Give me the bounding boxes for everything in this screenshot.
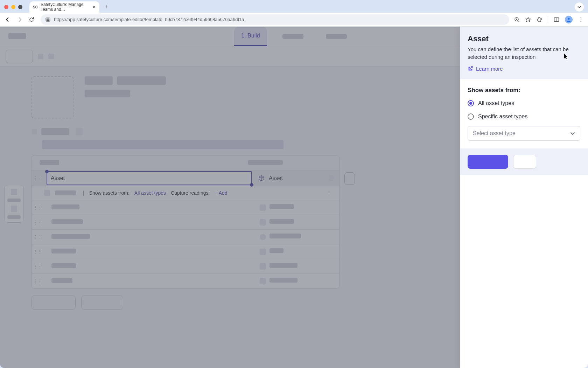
browser-tab[interactable]: SC SafetyCulture: Manage Teams and… ✕	[29, 1, 99, 13]
select-placeholder: Select asset type	[473, 130, 516, 137]
bookmark-icon[interactable]	[525, 17, 531, 22]
svg-rect-2	[554, 18, 559, 21]
chevron-down-icon	[570, 131, 575, 136]
browser-toolbar: https://app.safetyculture.com/template-e…	[0, 13, 588, 27]
reload-button[interactable]	[29, 17, 36, 22]
extensions-icon[interactable]	[537, 17, 542, 22]
radio-icon	[468, 113, 474, 120]
site-settings-icon	[46, 17, 50, 22]
browser-tab-strip: SC SafetyCulture: Manage Teams and… ✕ +	[0, 0, 588, 13]
close-window-button[interactable]	[4, 5, 8, 9]
show-assets-from-heading: Show assets from:	[468, 87, 580, 94]
external-link-icon	[468, 66, 473, 71]
url-text: https://app.safetyculture.com/template-e…	[54, 17, 244, 22]
learn-more-link[interactable]: Learn more	[468, 66, 503, 72]
tab-title: SafetyCulture: Manage Teams and…	[41, 2, 90, 12]
asset-type-select[interactable]: Select asset type	[468, 126, 580, 141]
favicon: SC	[33, 5, 38, 9]
radio-all-asset-types[interactable]: All asset types	[468, 100, 580, 106]
close-tab-icon[interactable]: ✕	[92, 5, 96, 9]
maximize-window-button[interactable]	[18, 5, 22, 9]
profile-button[interactable]	[565, 16, 573, 23]
svg-point-3	[568, 18, 569, 19]
sidepanel-icon[interactable]	[554, 17, 559, 22]
back-button[interactable]	[5, 17, 12, 22]
radio-specific-asset-types[interactable]: Specific asset types	[468, 113, 580, 120]
forward-button[interactable]	[17, 17, 24, 22]
panel-primary-button[interactable]	[468, 155, 508, 169]
new-tab-button[interactable]: +	[102, 4, 112, 11]
zoom-icon[interactable]	[514, 17, 520, 22]
minimize-window-button[interactable]	[11, 5, 15, 9]
radio-icon	[468, 100, 474, 106]
panel-secondary-button[interactable]	[513, 155, 536, 169]
asset-config-panel: Asset You can define the list of assets …	[460, 27, 588, 368]
window-controls	[4, 5, 27, 9]
tab-overflow-button[interactable]	[575, 2, 584, 12]
panel-title: Asset	[468, 34, 580, 43]
address-bar[interactable]: https://app.safetyculture.com/template-e…	[41, 14, 509, 25]
chrome-menu-icon[interactable]: ⋮	[578, 16, 583, 23]
cursor-icon	[564, 53, 568, 60]
